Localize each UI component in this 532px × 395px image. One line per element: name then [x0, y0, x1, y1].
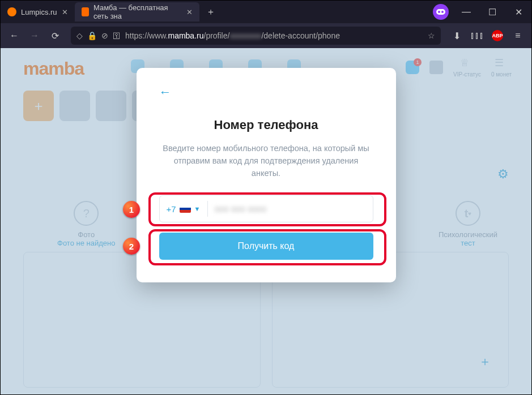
minimize-button[interactable]: ― [453, 1, 479, 23]
modal-title: Номер телефона [159, 118, 373, 132]
close-icon[interactable]: ✕ [62, 8, 68, 16]
tab-2-label: Мамба — бесплатная сеть зна [93, 3, 182, 20]
library-icon[interactable]: ⫿⫿⫿ [468, 27, 486, 45]
tab-1-label: Lumpics.ru [21, 8, 57, 16]
tab-strip: Lumpics.ru ✕ Мамба — бесплатная сеть зна… [1, 1, 433, 23]
svg-point-2 [441, 11, 444, 13]
window-controls: ― ☐ ✕ [453, 1, 531, 23]
favicon-icon [7, 7, 16, 16]
forward-button[interactable]: → [25, 27, 44, 45]
downloads-icon[interactable]: ⬇ [448, 27, 466, 45]
step-badge-1: 1 [123, 201, 140, 218]
tab-2[interactable]: Мамба — бесплатная сеть зна ✕ [75, 2, 199, 22]
svg-rect-0 [436, 9, 445, 15]
favicon-icon [82, 7, 89, 16]
permission-icon: ⊘ [101, 31, 108, 40]
modal-back-button[interactable]: ← [159, 85, 373, 100]
tab-1[interactable]: Lumpics.ru ✕ [1, 2, 75, 22]
lock-icon: 🔒 [87, 31, 97, 40]
new-tab-button[interactable]: ＋ [199, 6, 222, 18]
menu-icon[interactable]: ≡ [509, 27, 527, 45]
page-content: mamba 1 ♕VIP-статус ☰0 монет ＋ ⚙ ? Фото … [1, 48, 531, 395]
shield-icon: ◇ [76, 31, 83, 40]
svg-point-1 [438, 11, 440, 13]
highlight-1 [148, 192, 386, 226]
reload-button[interactable]: ⟳ [46, 27, 64, 45]
close-icon[interactable]: ✕ [186, 8, 193, 16]
url-bar[interactable]: ◇ 🔒 ⊘ ⚿ https://www.mamba.ru/profile/xxx… [71, 27, 441, 45]
abp-icon[interactable]: ABP [488, 27, 507, 45]
step-badge-2: 2 [123, 238, 140, 255]
browser-titlebar: Lumpics.ru ✕ Мамба — бесплатная сеть зна… [1, 1, 531, 23]
back-button[interactable]: ← [5, 27, 23, 45]
extension-icon[interactable] [433, 4, 449, 20]
close-button[interactable]: ✕ [505, 1, 531, 23]
browser-toolbar: ← → ⟳ ◇ 🔒 ⊘ ⚿ https://www.mamba.ru/profi… [1, 23, 531, 48]
url-text: https://www.mamba.ru/profile/xxxxxxxx/de… [125, 31, 340, 40]
modal-description: Введите номер мобильного телефона, на ко… [159, 143, 373, 179]
bookmark-icon[interactable]: ☆ [428, 31, 435, 40]
highlight-2 [148, 229, 386, 265]
key-icon: ⚿ [113, 31, 121, 40]
maximize-button[interactable]: ☐ [479, 1, 505, 23]
